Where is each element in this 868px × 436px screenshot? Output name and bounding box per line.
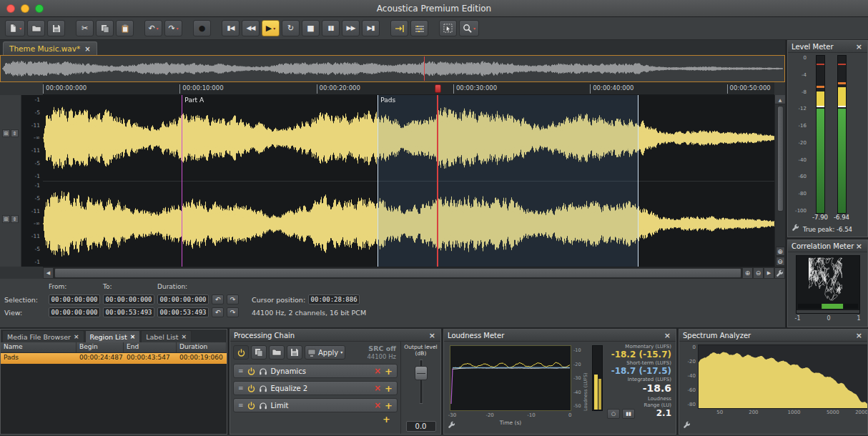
add-effect-icon[interactable]: + bbox=[385, 367, 393, 376]
zoom-in-vertical-button[interactable]: ⊕ bbox=[776, 247, 785, 256]
zoom-out-vertical-button[interactable]: ⊖ bbox=[776, 257, 785, 266]
document-tab[interactable]: Theme Music.wav* × bbox=[3, 41, 97, 55]
tab-media-file-browser[interactable]: Media File Browser × bbox=[2, 330, 84, 342]
close-window-button[interactable] bbox=[6, 4, 15, 13]
save-button[interactable] bbox=[47, 20, 65, 36]
paste-button[interactable] bbox=[116, 20, 134, 36]
timeline-ruler[interactable]: 00:00:00:000 00:00:10:000 00:00:20:000 0… bbox=[43, 82, 774, 95]
close-icon[interactable]: × bbox=[663, 331, 672, 340]
close-icon[interactable]: × bbox=[428, 331, 437, 340]
zoom-in-button[interactable]: ⊕ bbox=[742, 267, 753, 279]
selection-region[interactable] bbox=[378, 95, 638, 267]
zoom-tool-button[interactable]: ▾ bbox=[459, 20, 479, 36]
close-icon[interactable]: × bbox=[130, 333, 136, 340]
close-icon[interactable]: × bbox=[181, 333, 187, 340]
loudness-settings-button[interactable] bbox=[448, 418, 455, 432]
new-file-button[interactable]: ▾ bbox=[5, 20, 25, 36]
loudness-pause-button[interactable]: ▮▮ bbox=[622, 409, 635, 419]
loop-playback-button[interactable]: ↻ bbox=[282, 20, 300, 36]
tab-label-list[interactable]: Label List × bbox=[141, 330, 192, 342]
chain-item-equalize[interactable]: ≡ Equalize 2 × + bbox=[233, 381, 398, 395]
cursor-position-field[interactable]: 00:00:28:886 bbox=[308, 294, 360, 304]
selection-duration-field[interactable]: 00:00:00:000 bbox=[157, 294, 209, 304]
channel1-options-button[interactable]: ⊞ bbox=[2, 129, 10, 137]
remove-effect-icon[interactable]: × bbox=[374, 367, 381, 375]
selection-undo-button[interactable]: ↶ bbox=[212, 294, 224, 304]
chain-item-limit[interactable]: ≡ Limit × + bbox=[233, 398, 398, 412]
stop-button[interactable]: ■ bbox=[302, 20, 320, 36]
close-icon[interactable]: × bbox=[854, 331, 864, 340]
add-effect-button[interactable]: + bbox=[383, 415, 390, 424]
envelope-tool-button[interactable] bbox=[410, 20, 428, 36]
view-duration-field[interactable]: 00:00:53:493 bbox=[157, 307, 209, 317]
drag-handle-icon[interactable]: ≡ bbox=[238, 402, 244, 409]
scroll-up-icon[interactable]: ▲ bbox=[775, 95, 785, 104]
loudness-reset-button[interactable]: ○ bbox=[607, 409, 620, 419]
tab-region-list[interactable]: Region List × bbox=[85, 330, 141, 342]
view-to-field[interactable]: 00:00:53:493 bbox=[103, 307, 154, 317]
chain-save-button[interactable] bbox=[287, 345, 302, 360]
horizontal-scrollbar-thumb[interactable] bbox=[54, 268, 741, 278]
vertical-scrollbar-thumb[interactable] bbox=[777, 106, 784, 212]
goto-end-button[interactable]: ▶▮ bbox=[362, 20, 380, 36]
goto-start-button[interactable]: ▮◀ bbox=[222, 20, 240, 36]
scroll-right-icon[interactable]: ▶ bbox=[764, 267, 774, 279]
channel2-resize-button[interactable]: ⇕ bbox=[11, 215, 19, 223]
selection-from-field[interactable]: 00:00:00:000 bbox=[49, 294, 100, 304]
close-icon[interactable]: × bbox=[854, 42, 864, 51]
add-effect-icon[interactable]: + bbox=[385, 401, 393, 410]
close-icon[interactable]: × bbox=[74, 333, 79, 340]
slider-handle[interactable] bbox=[415, 366, 428, 380]
level-meter-settings-button[interactable] bbox=[791, 221, 799, 234]
close-icon[interactable]: × bbox=[854, 242, 864, 251]
channel2-options-button[interactable]: ⊞ bbox=[2, 215, 10, 223]
region-list-row-pads[interactable]: Pads 00:00:24:487 00:00:43:547 00:00:19:… bbox=[1, 353, 227, 364]
channel1-resize-button[interactable]: ⇕ bbox=[11, 129, 19, 137]
close-tab-icon[interactable]: × bbox=[84, 45, 90, 53]
chain-copy-button[interactable] bbox=[251, 345, 267, 360]
editor-settings-button[interactable] bbox=[774, 267, 785, 279]
waveform-editor[interactable]: Part A Pads bbox=[43, 95, 774, 267]
drag-handle-icon[interactable]: ≡ bbox=[238, 367, 244, 375]
selection-to-field[interactable]: 00:00:00:000 bbox=[103, 294, 154, 304]
view-redo-button[interactable]: ↷ bbox=[227, 307, 239, 317]
ruler-playhead[interactable] bbox=[435, 84, 441, 93]
fast-forward-button[interactable]: ▶▶ bbox=[342, 20, 360, 36]
output-level-value[interactable]: 0.0 bbox=[406, 421, 436, 432]
output-level-slider[interactable] bbox=[403, 360, 439, 404]
rewind-button[interactable]: ◀◀ bbox=[242, 20, 260, 36]
vertical-scrollbar[interactable]: ▲ ⊕ ⊖ bbox=[774, 95, 785, 267]
cut-button[interactable]: ✂ bbox=[76, 20, 94, 36]
copy-button[interactable] bbox=[96, 20, 114, 36]
spectrum-settings-button[interactable] bbox=[683, 418, 691, 432]
chain-item-dynamics[interactable]: ≡ Dynamics × + bbox=[233, 364, 398, 378]
undo-button[interactable]: ↶▾ bbox=[144, 20, 162, 36]
pause-button[interactable]: ▮▮ bbox=[322, 20, 340, 36]
output-level-section: Output level (dB) 0.0 bbox=[400, 342, 440, 434]
view-undo-button[interactable]: ↶ bbox=[212, 307, 224, 317]
open-file-button[interactable] bbox=[27, 20, 45, 36]
drag-handle-icon[interactable]: ≡ bbox=[238, 385, 244, 392]
overview-waveform[interactable] bbox=[0, 55, 785, 82]
overview-waveform-canvas[interactable] bbox=[2, 58, 783, 79]
chain-power-button[interactable] bbox=[233, 345, 249, 360]
play-from-cursor-button[interactable] bbox=[390, 20, 408, 36]
marker-part-a-line[interactable] bbox=[182, 95, 182, 267]
chain-open-button[interactable] bbox=[269, 345, 285, 360]
play-button[interactable]: ▶▾ bbox=[262, 20, 280, 36]
remove-effect-icon[interactable]: × bbox=[374, 401, 381, 410]
apply-chain-button[interactable]: Apply ▾ bbox=[305, 345, 345, 360]
minimize-window-button[interactable] bbox=[21, 4, 29, 13]
scroll-left-icon[interactable]: ◀ bbox=[43, 267, 54, 279]
zoom-out-button[interactable]: ⊖ bbox=[753, 267, 764, 279]
horizontal-scrollbar-track[interactable] bbox=[54, 267, 742, 279]
redo-button[interactable]: ↷▾ bbox=[164, 20, 182, 36]
maximize-window-button[interactable] bbox=[35, 4, 44, 13]
horizontal-scrollbar[interactable]: ◀ ⊕ ⊖ ▶ bbox=[43, 267, 785, 279]
record-button[interactable]: ● bbox=[193, 20, 211, 36]
add-effect-icon[interactable]: + bbox=[385, 384, 393, 393]
remove-effect-icon[interactable]: × bbox=[374, 384, 381, 392]
view-from-field[interactable]: 00:00:00:000 bbox=[49, 307, 100, 317]
selection-tool-button[interactable] bbox=[439, 20, 457, 36]
selection-redo-button[interactable]: ↷ bbox=[227, 294, 239, 304]
